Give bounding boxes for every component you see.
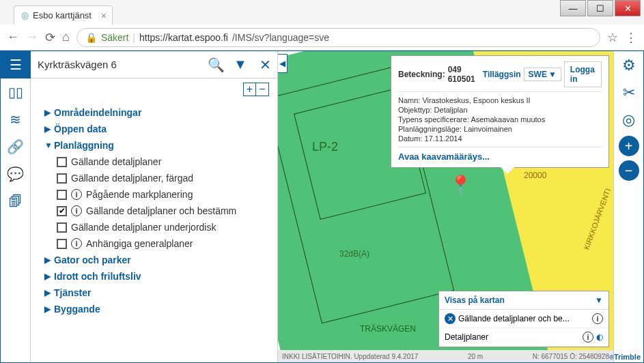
right-toolbar: ⚙ ✂ ◎ + − — [613, 51, 643, 362]
footer-update: INKKI LISÄTIETOIHIN. Uppdaterad 9.4.2017 — [282, 353, 418, 360]
search-input[interactable] — [31, 53, 204, 76]
filter-dropdown-icon[interactable]: ▼ — [228, 53, 253, 77]
expand-all-button[interactable]: + — [244, 83, 256, 96]
language-selector[interactable]: SWE▼ — [524, 68, 561, 81]
measure-icon[interactable]: ✂ — [617, 81, 641, 104]
remove-layer-icon[interactable]: ✕ — [445, 313, 456, 324]
map-canvas[interactable]: ◀ LP-2 32dB(A) TRÄSKVÄGEN 20000 KIRKKOJÄ… — [278, 51, 613, 362]
popup-tillagg-link[interactable]: Tilläggsin — [483, 70, 521, 79]
popup-line: Objekttyp: Detaljplan — [398, 106, 602, 114]
layer-item[interactable]: iAnhängiga generalplaner — [31, 235, 277, 252]
expand-collapse-buttons: + − — [243, 83, 269, 96]
popup-beteckning-label: Beteckning: — [398, 70, 445, 79]
left-rail: ☰ ▯▯ ≋ 🔗 💬 🗐 — [1, 51, 31, 362]
url-input[interactable]: 🔒 Säkert | https://kartat.espoo.fi/IMS/s… — [76, 28, 600, 47]
back-button[interactable]: ← — [7, 30, 19, 44]
info-icon[interactable]: i — [71, 238, 82, 249]
window-maximize-button[interactable]: ☐ — [587, 0, 613, 16]
settings-gear-icon[interactable]: ⚙ — [617, 54, 641, 77]
search-row: 🔍 ▼ ✕ — [31, 51, 277, 78]
brand-label: ®Trimble — [609, 353, 641, 361]
address-bar: ← → ⟳ ⌂ 🔒 Säkert | https://kartat.espoo.… — [0, 25, 644, 50]
tree-group[interactable]: ▶Idrott och friluftsliv — [31, 268, 277, 285]
tree-group[interactable]: ▶Byggande — [31, 301, 277, 317]
reload-button[interactable]: ⟳ — [45, 30, 55, 45]
popup-line: Datum: 17.11.2014 — [398, 134, 602, 143]
popup-beteckning-value: 049 610501 — [448, 65, 480, 84]
footer-coords: N: 6677015 Ö: 25480928 — [533, 353, 609, 360]
browser-tab-bar: ◎ Esbo karttjänst × — ☐ ✕ — [0, 0, 644, 25]
tree-group[interactable]: ▶Öppen data — [31, 121, 277, 137]
tree-group[interactable]: ▶Tjänster — [31, 285, 277, 301]
rail-link-icon[interactable]: 🔗 — [1, 133, 31, 160]
tab-favicon: ◎ — [21, 10, 29, 20]
chevron-down-icon[interactable]: ▼ — [595, 295, 603, 305]
tree-group[interactable]: ▼Planläggning — [31, 137, 277, 154]
rail-layers-icon[interactable]: ≋ — [1, 106, 31, 133]
checkbox[interactable] — [57, 173, 67, 184]
opacity-toggle-icon[interactable]: ◐ — [596, 332, 603, 342]
search-button[interactable]: 🔍 — [204, 53, 228, 77]
popup-line: Typens specificerare: Asemakaavan muutos — [398, 115, 602, 124]
browser-tab[interactable]: ◎ Esbo karttjänst × — [14, 5, 113, 25]
locate-icon[interactable]: ◎ — [617, 108, 641, 132]
layer-item[interactable]: Gällande detaljplaner — [31, 154, 277, 170]
collapse-all-button[interactable]: − — [256, 83, 268, 96]
legend-header[interactable]: Visas på kartan ▼ — [439, 291, 608, 310]
tree-group[interactable]: ▶Områdeindelningar — [31, 104, 277, 121]
legend-panel: Visas på kartan ▼ ✕Gällande detaljplaner… — [438, 291, 609, 347]
map-pin-icon[interactable]: 📍 — [449, 174, 473, 197]
info-icon[interactable]: i — [71, 189, 82, 200]
url-path: /IMS/sv?language=sve — [232, 32, 329, 43]
info-icon[interactable]: i — [71, 205, 82, 216]
checkbox[interactable] — [57, 190, 67, 200]
tab-title: Esbo karttjänst — [33, 10, 92, 20]
info-icon[interactable]: i — [583, 332, 593, 343]
layer-item[interactable]: iGällande detaljplaner och bestämm — [31, 203, 277, 219]
legend-row: Detaljplaner i ◐ — [439, 328, 608, 347]
zoom-in-button[interactable]: + — [619, 136, 639, 156]
feature-popup: Beteckning: 049 610501 Tilläggsin SWE▼ L… — [391, 55, 609, 168]
layer-tree: ▶Områdeindelningar ▶Öppen data ▼Planlägg… — [31, 100, 277, 362]
map-db-label: 32dB(A) — [339, 249, 369, 259]
layer-item[interactable]: iPågående markplanering — [31, 186, 277, 203]
footer-scale: 20 m — [468, 353, 483, 360]
checkbox[interactable] — [57, 239, 67, 249]
chevron-down-icon: ▼ — [548, 70, 557, 79]
login-button[interactable]: Logga in — [564, 61, 602, 87]
lock-icon: 🔒 — [85, 32, 97, 43]
rail-menu-icon[interactable]: ☰ — [1, 51, 31, 78]
zoom-out-button[interactable]: − — [619, 160, 639, 181]
window-close-button[interactable]: ✕ — [615, 0, 641, 16]
popup-line: Planläggningsläge: Lainvoimainen — [398, 125, 602, 133]
bookmark-star-icon[interactable]: ☆ — [607, 30, 618, 45]
panel-collapse-handle[interactable]: ◀ — [278, 54, 288, 73]
checkbox[interactable] — [57, 206, 67, 216]
forward-button: → — [26, 30, 38, 44]
clear-search-icon[interactable]: ✕ — [253, 53, 277, 77]
map-footer: INKKI LISÄTIETOIHIN. Uppdaterad 9.4.2017… — [278, 350, 613, 362]
layer-item[interactable]: Gällande detaljplaner underjordisk — [31, 219, 277, 235]
checkbox[interactable] — [57, 157, 67, 167]
rail-map-icon[interactable]: ▯▯ — [1, 78, 31, 106]
layer-item[interactable]: Gällande detaljplaner, färgad — [31, 170, 277, 186]
tree-group[interactable]: ▶Gator och parker — [31, 252, 277, 268]
popup-line: Namn: Virastokeskus, Espoon keskus II — [398, 96, 602, 104]
side-panel: 🔍 ▼ ✕ + − ▶Områdeindelningar ▶Öppen data… — [31, 51, 278, 362]
popup-action-link[interactable]: Avaa kaavamääräys... — [398, 151, 602, 162]
window-controls: — ☐ ✕ — [560, 0, 641, 16]
url-host: https://kartat.espoo.fi — [139, 32, 228, 43]
rail-info-icon[interactable]: 🗐 — [1, 188, 31, 215]
map-street-label: TRÄSKVÄGEN — [360, 324, 416, 334]
window-minimize-button[interactable]: — — [560, 0, 586, 16]
home-button[interactable]: ⌂ — [62, 30, 70, 44]
url-secure-label: Säkert — [101, 32, 128, 43]
app-frame: ☰ ▯▯ ≋ 🔗 💬 🗐 🔍 ▼ ✕ + − ▶Områdeindelninga… — [0, 50, 644, 363]
checkbox[interactable] — [57, 222, 67, 233]
map-zone-label: LP-2 — [312, 140, 338, 154]
rail-feedback-icon[interactable]: 💬 — [1, 160, 31, 188]
map-num-label: 20000 — [524, 171, 546, 180]
browser-menu-icon[interactable]: ⋮ — [625, 30, 637, 45]
info-icon[interactable]: i — [592, 313, 603, 324]
tab-close-icon[interactable]: × — [101, 10, 107, 21]
